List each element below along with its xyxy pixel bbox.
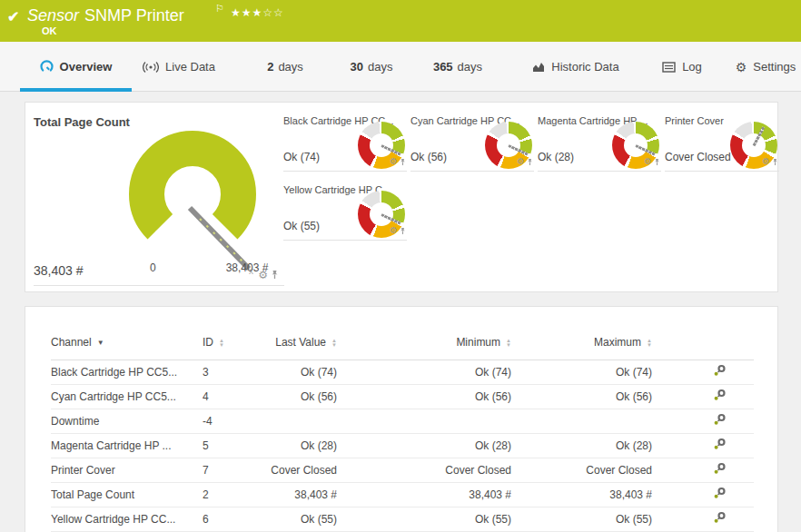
channel-minimum: Ok (74)	[337, 360, 511, 384]
tab-number: 365	[433, 60, 453, 74]
channel-minimum: 38,403 #	[337, 482, 511, 507]
sensor-type-label: Sensor	[27, 6, 79, 25]
gauge-icon	[40, 60, 54, 74]
mini-value: Ok (55)	[283, 220, 320, 232]
tab-settings[interactable]: ⚙ Settings	[730, 42, 801, 92]
channel-name: Black Cartridge HP CC5...	[51, 360, 203, 384]
gear-icon[interactable]: ⚙	[517, 156, 525, 167]
gauge-current-value: 38,403 #	[34, 263, 84, 278]
mini-value: Cover Closed	[665, 151, 731, 163]
column-header-last-value[interactable]: Last Value▲▼	[257, 325, 337, 360]
total-page-count-card: Total Page Count x 0 38,403 # 38,403 # ⚙	[34, 110, 284, 286]
channel-minimum: Cover Closed	[337, 458, 511, 482]
pin-icon[interactable]	[400, 222, 406, 239]
channel-maximum: 38,403 #	[511, 482, 652, 507]
column-header-minimum[interactable]: Minimum▲▼	[337, 325, 511, 360]
area-chart-icon	[532, 61, 545, 73]
channel-minimum: Ok (28)	[337, 433, 511, 458]
tab-live-data[interactable]: Live Data	[134, 42, 224, 92]
channel-name: Cyan Cartridge HP CC5...	[51, 384, 203, 409]
sensor-header: ✔ SensorSNMP Printer ⚐ ★★★☆☆ OK	[0, 0, 801, 42]
pin-icon[interactable]	[400, 153, 406, 170]
tab-label: Settings	[753, 60, 796, 74]
status-ok-check-icon: ✔	[7, 8, 19, 25]
mini-value: Ok (28)	[538, 151, 574, 163]
channel-name: Total Page Count	[51, 482, 203, 507]
broadcast-icon	[143, 61, 159, 74]
tab-365-days[interactable]: 365 days	[420, 42, 495, 92]
channel-minimum: Ok (56)	[337, 384, 511, 409]
gear-icon[interactable]: ⚙	[390, 225, 398, 236]
tab-historic-data[interactable]: Historic Data	[523, 42, 628, 92]
gear-icon: ⚙	[736, 60, 747, 74]
tab-label: days	[278, 60, 302, 74]
column-header-actions	[652, 325, 754, 360]
mini-card-cyan-cartridge: Cyan Cartridge HP CC... Ok (56) ⚙	[410, 112, 534, 172]
channel-minimum: Ok (55)	[337, 507, 511, 531]
mini-title: Printer Cover	[665, 115, 724, 126]
channel-name: Magenta Cartridge HP ...	[51, 433, 203, 458]
tab-label: days	[458, 60, 482, 74]
column-header-maximum[interactable]: Maximum▲▼	[511, 325, 652, 360]
channel-last-value: Ok (74)	[257, 360, 337, 384]
sort-icon: ▲▼	[647, 339, 652, 348]
table-row-cyan-cartridge: Cyan Cartridge HP CC5... 4 Ok (56) Ok (5…	[51, 384, 754, 409]
channel-maximum: Ok (56)	[511, 384, 652, 409]
tab-log[interactable]: Log	[654, 42, 710, 92]
gear-icon[interactable]: ⚙	[390, 156, 398, 167]
pin-icon[interactable]	[527, 153, 533, 170]
edit-channel-icon[interactable]	[713, 391, 727, 404]
edit-channel-icon[interactable]	[713, 416, 727, 429]
column-header-id[interactable]: ID▲▼	[203, 325, 257, 360]
gear-icon[interactable]: ⚙	[762, 156, 770, 167]
channel-last-value	[257, 409, 337, 433]
gauge-needle	[753, 126, 765, 146]
edit-channel-icon[interactable]	[713, 514, 727, 527]
pin-icon[interactable]	[654, 153, 660, 170]
edit-channel-icon[interactable]	[713, 465, 727, 478]
table-row-black-cartridge: Black Cartridge HP CC5... 3 Ok (74) Ok (…	[51, 360, 754, 384]
flag-icon[interactable]: ⚐	[215, 3, 224, 15]
log-list-icon	[662, 62, 676, 73]
tab-label: Log	[682, 60, 702, 74]
edit-channel-icon[interactable]	[713, 489, 727, 502]
tab-label: days	[368, 60, 392, 74]
channel-last-value: Cover Closed	[257, 458, 337, 482]
table-row-yellow-cartridge: Yellow Cartridge HP CC... 6 Ok (55) Ok (…	[51, 507, 754, 531]
channel-name: Printer Cover	[51, 458, 203, 482]
table-row-magenta-cartridge: Magenta Cartridge HP ... 5 Ok (28) Ok (2…	[51, 433, 754, 458]
edit-channel-icon[interactable]	[713, 367, 727, 379]
channels-table-panel: Channel▼ ID▲▼ Last Value▲▼ Minimum▲▼ Max…	[25, 306, 778, 532]
tab-number: 2	[267, 60, 273, 74]
mini-card-printer-cover: Printer Cover Cover Closed ⚙	[665, 112, 779, 172]
status-badge: OK	[42, 25, 57, 36]
edit-channel-icon[interactable]	[713, 440, 727, 453]
tab-bar: Overview Live Data 2 days 30 days 365 da…	[0, 42, 801, 92]
pin-icon[interactable]	[772, 153, 778, 170]
channel-last-value: Ok (55)	[257, 507, 337, 531]
gear-icon[interactable]: ⚙	[258, 270, 268, 281]
channel-name: Yellow Cartridge HP CC...	[51, 507, 203, 531]
tab-2-days[interactable]: 2 days	[257, 42, 313, 92]
channel-maximum: Ok (74)	[511, 360, 652, 384]
channel-maximum	[511, 409, 652, 433]
tab-overview[interactable]: Overview	[20, 42, 132, 92]
gauge-min-label: 0	[150, 261, 156, 274]
priority-stars[interactable]: ★★★☆☆	[231, 6, 284, 19]
channels-table: Channel▼ ID▲▼ Last Value▲▼ Minimum▲▼ Max…	[51, 325, 754, 532]
column-header-channel[interactable]: Channel▼	[51, 325, 203, 360]
table-row-total-page-count: Total Page Count 2 38,403 # 38,403 # 38,…	[51, 482, 754, 507]
overview-gauges-panel: Total Page Count x 0 38,403 # 38,403 # ⚙…	[25, 102, 778, 292]
sort-desc-icon: ▼	[97, 339, 104, 347]
pin-icon[interactable]	[271, 267, 279, 283]
tab-30-days[interactable]: 30 days	[339, 42, 404, 92]
channel-id: 6	[203, 507, 257, 531]
channel-id: 2	[203, 482, 257, 507]
channel-id: -4	[203, 409, 257, 433]
table-row-printer-cover: Printer Cover 7 Cover Closed Cover Close…	[51, 458, 754, 482]
gear-icon[interactable]: ⚙	[644, 156, 652, 167]
channel-minimum	[337, 409, 511, 433]
channel-maximum: Cover Closed	[511, 458, 652, 482]
channel-id: 4	[203, 384, 257, 409]
channel-last-value: Ok (28)	[257, 433, 337, 458]
